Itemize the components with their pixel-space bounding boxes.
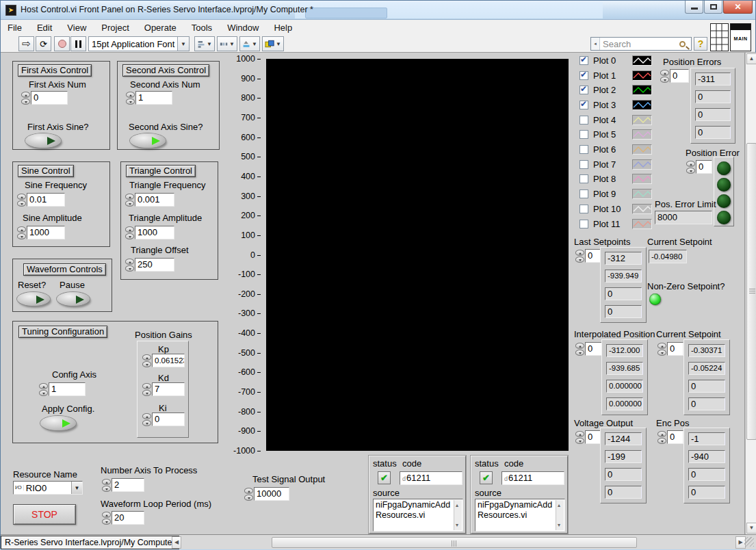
interpolated-index-spinner[interactable]	[575, 343, 584, 356]
search-icon[interactable]	[679, 41, 686, 47]
enc-pos-index-field[interactable]: 0	[667, 430, 683, 444]
pause-toggle[interactable]	[57, 292, 90, 306]
sine-amplitude-spinner[interactable]	[17, 226, 26, 240]
number-axis-field[interactable]: 2	[112, 478, 144, 492]
code-field[interactable]: d61211	[400, 471, 462, 485]
ki-field[interactable]: 0	[152, 413, 185, 426]
kd-field[interactable]: 7	[152, 382, 185, 396]
plot-line-swatch[interactable]	[632, 85, 652, 95]
kd-spinner[interactable]	[142, 383, 151, 397]
stop-button[interactable]: STOP	[13, 504, 76, 525]
resize-objects-button[interactable]: ▼	[239, 36, 260, 51]
menu-view[interactable]: View	[67, 23, 86, 33]
apply-config-toggle[interactable]	[40, 416, 76, 430]
scroll-left-icon[interactable]: ◀	[172, 536, 181, 549]
menu-operate[interactable]: Operate	[144, 23, 177, 33]
plot-line-swatch[interactable]	[632, 70, 652, 81]
plot-line-swatch[interactable]	[632, 174, 652, 184]
triangle-frequency-field[interactable]: 0.001	[135, 193, 174, 207]
enc-pos-index-spinner[interactable]	[657, 431, 666, 445]
waveform-graph-plot-area[interactable]	[266, 59, 569, 451]
search-scope-dropdown[interactable]: ◂	[591, 38, 600, 50]
ki-spinner[interactable]	[142, 413, 151, 427]
plot-line-swatch[interactable]	[632, 100, 652, 110]
plot-line-swatch[interactable]	[632, 115, 652, 125]
position-errors-index-spinner[interactable]	[660, 70, 669, 83]
menu-tools[interactable]: Tools	[192, 23, 212, 33]
main-pane-icon[interactable]: MAIN	[730, 23, 751, 51]
chevron-down-icon[interactable]: ▼	[71, 482, 82, 494]
source-scrollbar[interactable]	[454, 500, 462, 530]
number-axis-spinner[interactable]	[102, 479, 111, 493]
triangle-amplitude-spinner[interactable]	[125, 226, 134, 240]
align-objects-button[interactable]: ▼	[194, 36, 215, 51]
test-signal-spinner[interactable]	[244, 488, 253, 501]
position-error-index-spinner[interactable]	[686, 161, 695, 174]
plot-line-swatch[interactable]	[632, 129, 652, 140]
position-errors-index-field[interactable]: 0	[670, 69, 689, 83]
scroll-up-icon[interactable]: ▲	[746, 53, 756, 64]
menu-window[interactable]: Window	[227, 23, 259, 33]
kp-spinner[interactable]	[142, 354, 151, 368]
first-axis-num-spinner[interactable]	[21, 92, 30, 105]
source-field[interactable]: niFpgaDynamicAddResources.vi	[373, 499, 463, 532]
plot-line-swatch[interactable]	[632, 204, 652, 214]
config-axis-field[interactable]: 1	[49, 382, 86, 396]
sine-amplitude-field[interactable]: 1000	[27, 226, 65, 239]
first-axis-num-field[interactable]: 0	[31, 91, 68, 105]
current-setpoint2-index-field[interactable]: 0	[667, 342, 683, 356]
maximize-button[interactable]	[704, 1, 722, 14]
voltage-output-index-spinner[interactable]	[575, 431, 584, 445]
triangle-offset-field[interactable]: 250	[135, 258, 174, 272]
horizontal-scrollbar-thumb[interactable]	[272, 537, 637, 548]
menu-help[interactable]: Help	[274, 23, 292, 33]
close-button[interactable]: ✕	[723, 1, 753, 14]
config-axis-spinner[interactable]	[39, 383, 48, 397]
run-button[interactable]: ⇨	[18, 36, 34, 51]
sine-frequency-field[interactable]: 0.01	[27, 193, 65, 207]
vertical-scrollbar-thumb[interactable]	[746, 143, 756, 440]
plot-checkbox[interactable]	[579, 174, 588, 183]
source-scrollbar[interactable]	[556, 500, 564, 530]
sine-frequency-spinner[interactable]	[17, 194, 26, 207]
resource-name-combo[interactable]: I⁄O RIO0 ▼	[13, 481, 83, 495]
position-error-index-field[interactable]: 0	[696, 160, 712, 174]
abort-button[interactable]	[54, 36, 70, 51]
plot-checkbox[interactable]	[579, 86, 588, 94]
vertical-scrollbar[interactable]: ▲ ▼	[745, 53, 756, 534]
kp-field[interactable]: 0.061523	[152, 354, 185, 367]
plot-line-swatch[interactable]	[632, 159, 652, 170]
plot-checkbox[interactable]	[579, 116, 588, 125]
distribute-objects-button[interactable]: ▼	[217, 36, 237, 51]
plot-checkbox[interactable]	[579, 101, 588, 109]
triangle-offset-spinner[interactable]	[125, 259, 134, 272]
minimize-button[interactable]	[685, 1, 703, 14]
loop-period-spinner[interactable]	[102, 512, 111, 525]
plot-line-swatch[interactable]	[632, 189, 652, 199]
reset-toggle[interactable]	[17, 292, 50, 306]
plot-line-swatch[interactable]	[632, 144, 652, 155]
menu-file[interactable]: File	[8, 23, 22, 33]
source-field[interactable]: niFpgaDynamicAddResources.vi	[475, 499, 565, 532]
test-signal-field[interactable]: 10000	[254, 487, 289, 501]
second-axis-num-field[interactable]: 1	[135, 91, 172, 105]
triangle-frequency-spinner[interactable]	[125, 194, 134, 207]
help-button[interactable]: ?	[694, 37, 707, 51]
triangle-amplitude-field[interactable]: 1000	[135, 226, 174, 239]
second-axis-num-spinner[interactable]	[126, 92, 135, 105]
pause-button[interactable]	[70, 36, 86, 51]
last-setpoints-index-spinner[interactable]	[575, 250, 584, 263]
loop-period-field[interactable]: 20	[112, 511, 144, 525]
code-field[interactable]: d61211	[501, 471, 564, 485]
plot-checkbox[interactable]	[579, 189, 588, 198]
plot-line-swatch[interactable]	[632, 55, 652, 66]
plot-checkbox[interactable]	[579, 56, 588, 65]
search-input[interactable]	[600, 39, 679, 49]
plot-checkbox[interactable]	[579, 130, 588, 139]
scroll-down-icon[interactable]: ▼	[746, 523, 756, 534]
plot-checkbox[interactable]	[579, 205, 588, 213]
execution-context-chip[interactable]: R-Series Servo Interface.lvproj/My Compu…	[1, 536, 179, 549]
plot-checkbox[interactable]	[579, 71, 588, 80]
plot-checkbox[interactable]	[579, 145, 588, 154]
window-resize-grip[interactable]	[744, 537, 754, 547]
